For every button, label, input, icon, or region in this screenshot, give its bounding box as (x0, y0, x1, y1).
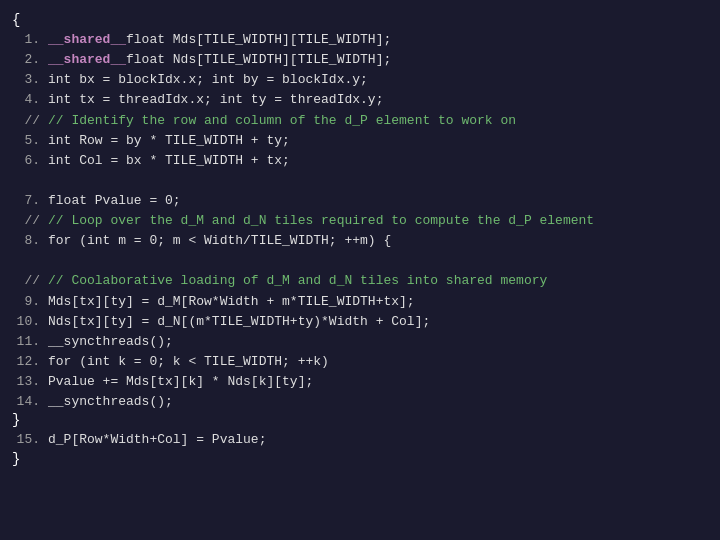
line-number: 7. (12, 191, 40, 211)
line-comment-prefix: // (12, 271, 40, 291)
line-number: 15. (12, 430, 40, 450)
shared-keyword: __shared__ (48, 52, 126, 67)
shared-keyword: __shared__ (48, 32, 126, 47)
brace-line: } (12, 451, 708, 467)
shared-line: 1. __shared__float Mds[TILE_WIDTH][TILE_… (12, 30, 708, 50)
code-line: 15. d_P[Row*Width+Col] = Pvalue; (12, 430, 708, 450)
code-text: __syncthreads(); (48, 332, 173, 352)
line-comment-prefix: // (12, 111, 40, 131)
code-text: int tx = threadIdx.x; int ty = threadIdx… (48, 90, 383, 110)
code-line: 11. __syncthreads(); (12, 332, 708, 352)
code-editor: {1. __shared__float Mds[TILE_WIDTH][TILE… (0, 0, 720, 540)
shared-code-text: __shared__float Mds[TILE_WIDTH][TILE_WID… (48, 30, 391, 50)
code-text: Mds[tx][ty] = d_M[Row*Width + m*TILE_WID… (48, 292, 415, 312)
code-line: 14. __syncthreads(); (12, 392, 708, 412)
code-line: 8. for (int m = 0; m < Width/TILE_WIDTH;… (12, 231, 708, 251)
comment-text: // Coolaborative loading of d_M and d_N … (48, 271, 547, 291)
code-line: 12. for (int k = 0; k < TILE_WIDTH; ++k) (12, 352, 708, 372)
code-line: 9. Mds[tx][ty] = d_M[Row*Width + m*TILE_… (12, 292, 708, 312)
code-line: 4. int tx = threadIdx.x; int ty = thread… (12, 90, 708, 110)
line-number: 9. (12, 292, 40, 312)
brace-line: } (12, 412, 708, 428)
line-number: 8. (12, 231, 40, 251)
code-line: 6. int Col = bx * TILE_WIDTH + tx; (12, 151, 708, 171)
code-text: for (int m = 0; m < Width/TILE_WIDTH; ++… (48, 231, 391, 251)
shared-line: 2. __shared__float Nds[TILE_WIDTH][TILE_… (12, 50, 708, 70)
code-text: for (int k = 0; k < TILE_WIDTH; ++k) (48, 352, 329, 372)
code-text: Nds[tx][ty] = d_N[(m*TILE_WIDTH+ty)*Widt… (48, 312, 430, 332)
code-text: int bx = blockIdx.x; int by = blockIdx.y… (48, 70, 368, 90)
line-comment-prefix: // (12, 211, 40, 231)
empty-line (12, 251, 708, 271)
comment-text: // Loop over the d_M and d_N tiles requi… (48, 211, 594, 231)
code-text: Pvalue += Mds[tx][k] * Nds[k][ty]; (48, 372, 313, 392)
code-text: int Row = by * TILE_WIDTH + ty; (48, 131, 290, 151)
code-line: 5. int Row = by * TILE_WIDTH + ty; (12, 131, 708, 151)
comment-line: //// Loop over the d_M and d_N tiles req… (12, 211, 708, 231)
empty-line (12, 171, 708, 191)
comment-text: // Identify the row and column of the d_… (48, 111, 516, 131)
line-number: 1. (12, 30, 40, 50)
comment-line: //// Identify the row and column of the … (12, 111, 708, 131)
line-number: 2. (12, 50, 40, 70)
code-line: 13. Pvalue += Mds[tx][k] * Nds[k][ty]; (12, 372, 708, 392)
comment-line: //// Coolaborative loading of d_M and d_… (12, 271, 708, 291)
code-line: 10. Nds[tx][ty] = d_N[(m*TILE_WIDTH+ty)*… (12, 312, 708, 332)
code-text: __syncthreads(); (48, 392, 173, 412)
code-text: int Col = bx * TILE_WIDTH + tx; (48, 151, 290, 171)
code-text: float Pvalue = 0; (48, 191, 181, 211)
line-number: 10. (12, 312, 40, 332)
line-number: 13. (12, 372, 40, 392)
brace-line: { (12, 12, 708, 28)
shared-code-text: __shared__float Nds[TILE_WIDTH][TILE_WID… (48, 50, 391, 70)
line-number: 11. (12, 332, 40, 352)
line-number: 6. (12, 151, 40, 171)
code-line: 3. int bx = blockIdx.x; int by = blockId… (12, 70, 708, 90)
code-line: 7. float Pvalue = 0; (12, 191, 708, 211)
line-number: 14. (12, 392, 40, 412)
line-number: 12. (12, 352, 40, 372)
line-number: 3. (12, 70, 40, 90)
line-number: 4. (12, 90, 40, 110)
line-number: 5. (12, 131, 40, 151)
code-text: d_P[Row*Width+Col] = Pvalue; (48, 430, 266, 450)
